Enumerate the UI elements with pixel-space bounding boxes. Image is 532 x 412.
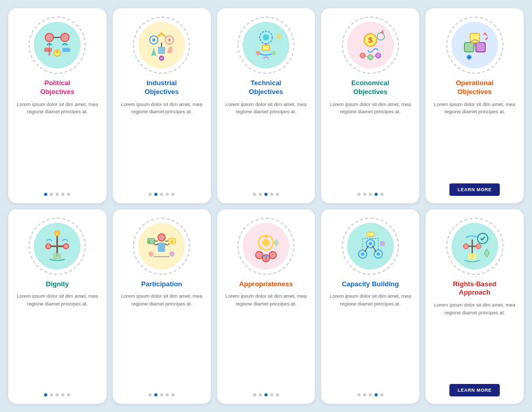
svg-point-13	[159, 56, 164, 60]
svg-point-62	[369, 242, 372, 245]
dot	[264, 393, 268, 396]
svg-point-72	[476, 244, 481, 249]
card-participation: 2→ 1 Participation Lorem ipsum dolor sit…	[113, 209, 211, 404]
svg-text:2→: 2→	[148, 239, 154, 244]
card-political: PoliticalObjectives Lorem ipsum dolor si…	[8, 8, 107, 203]
card-body-dignity: Lorem ipsum dolor sit dim amet, mea regi…	[15, 293, 100, 388]
pagination-dots-participation	[149, 393, 175, 396]
svg-point-51	[262, 239, 270, 246]
svg-point-1	[61, 33, 69, 42]
dot	[166, 393, 169, 396]
pagination-dots-capacity	[357, 393, 383, 396]
card-body-economical: Lorem ipsum dolor sit dim amet, mea regi…	[327, 101, 413, 188]
dot	[375, 193, 378, 196]
icon-bg-dignity	[34, 223, 81, 270]
card-title-capacity: Capacity Building	[342, 280, 399, 289]
svg-marker-56	[274, 238, 279, 247]
card-body-capacity: Lorem ipsum dolor sit dim amet, mea regi…	[327, 293, 413, 388]
icon-circle-appropriateness: $	[237, 218, 295, 275]
dot	[375, 393, 378, 396]
svg-point-7	[152, 38, 155, 42]
learn-more-button-rights[interactable]: LEARN MORE	[449, 384, 500, 396]
dot	[160, 193, 163, 196]
dot	[67, 393, 70, 396]
dot	[166, 193, 169, 196]
icon-circle-operational	[446, 17, 503, 74]
card-title-appropriateness: Appropriateness	[239, 280, 292, 289]
dot	[44, 393, 47, 396]
svg-line-27	[365, 56, 368, 57]
card-body-participation: Lorem ipsum dolor sit dim amet, mea regi…	[119, 293, 205, 388]
card-body-technical: Lorem ipsum dolor sit dim amet, mea regi…	[223, 101, 309, 188]
learn-more-button-operational[interactable]: LEARN MORE	[449, 183, 500, 196]
icon-bg-participation: 2→ 1	[138, 223, 185, 270]
svg-text:1: 1	[171, 239, 174, 244]
icon-bg-political	[34, 22, 81, 69]
dot	[61, 193, 64, 196]
dot	[56, 193, 59, 196]
icon-circle-political	[29, 17, 86, 74]
svg-point-26	[376, 53, 381, 58]
svg-point-9	[168, 38, 171, 42]
dot	[154, 193, 157, 196]
svg-point-60	[377, 252, 380, 256]
svg-text:$: $	[368, 36, 373, 44]
icon-bg-industrial	[138, 22, 185, 69]
dot	[380, 193, 383, 196]
dot	[50, 193, 53, 196]
svg-point-39	[63, 244, 69, 249]
svg-point-24	[360, 53, 365, 58]
svg-rect-73	[468, 253, 476, 259]
icon-bg-technical	[243, 22, 289, 69]
dot	[259, 393, 262, 396]
dot	[149, 193, 152, 196]
dot	[61, 393, 64, 396]
dot	[154, 393, 157, 396]
svg-rect-66	[367, 232, 374, 236]
svg-point-71	[463, 244, 469, 249]
svg-point-18	[272, 51, 276, 55]
card-dignity: Dignity Lorem ipsum dolor sit dim amet, …	[8, 209, 107, 404]
icon-circle-rights	[446, 218, 503, 275]
svg-point-48	[149, 251, 154, 257]
svg-rect-3	[44, 48, 52, 52]
icon-circle-economical: $	[342, 17, 399, 74]
card-technical: TechnicalObjectives Lorem ipsum dolor si…	[217, 8, 315, 203]
dot	[270, 193, 273, 196]
svg-point-42	[158, 234, 165, 241]
card-title-industrial: IndustrialObjectives	[144, 79, 179, 97]
icon-circle-dignity	[29, 218, 86, 275]
card-title-operational: OperationalObjectives	[456, 79, 493, 97]
card-appropriateness: $ Appropriateness Lorem ipsum dolor sit …	[217, 209, 315, 404]
dot	[363, 193, 366, 196]
card-body-political: Lorem ipsum dolor sit dim amet, mea regi…	[15, 101, 100, 188]
svg-point-25	[368, 55, 373, 60]
icon-circle-industrial	[133, 17, 190, 74]
svg-line-28	[373, 56, 376, 57]
card-body-operational: Lorem ipsum dolor sit dim amet, mea regi…	[432, 101, 517, 178]
card-body-rights: Lorem ipsum dolor sit dim amet, mea regi…	[432, 301, 517, 379]
svg-point-17	[256, 51, 260, 55]
svg-point-68	[477, 233, 488, 244]
svg-line-63	[365, 246, 368, 252]
icon-circle-participation: 2→ 1	[133, 218, 190, 275]
card-title-dignity: Dignity	[46, 280, 69, 289]
svg-rect-29	[464, 43, 474, 52]
dot	[369, 393, 372, 396]
dot	[264, 193, 268, 196]
svg-marker-20	[276, 33, 282, 39]
card-rights: Rights-BasedApproach Lorem ipsum dolor s…	[425, 209, 524, 404]
svg-rect-40	[53, 253, 61, 259]
dot	[380, 393, 383, 396]
icon-bg-appropriateness: $	[243, 223, 289, 270]
svg-rect-4	[62, 48, 70, 52]
card-body-industrial: Lorem ipsum dolor sit dim amet, mea regi…	[119, 101, 205, 188]
card-body-appropriateness: Lorem ipsum dolor sit dim amet, mea regi…	[223, 293, 309, 388]
svg-point-41	[55, 231, 60, 236]
dot	[276, 393, 279, 396]
dot	[160, 393, 163, 396]
dot	[253, 193, 256, 196]
svg-point-52	[256, 251, 263, 259]
svg-rect-30	[476, 43, 485, 52]
svg-rect-11	[158, 47, 165, 54]
